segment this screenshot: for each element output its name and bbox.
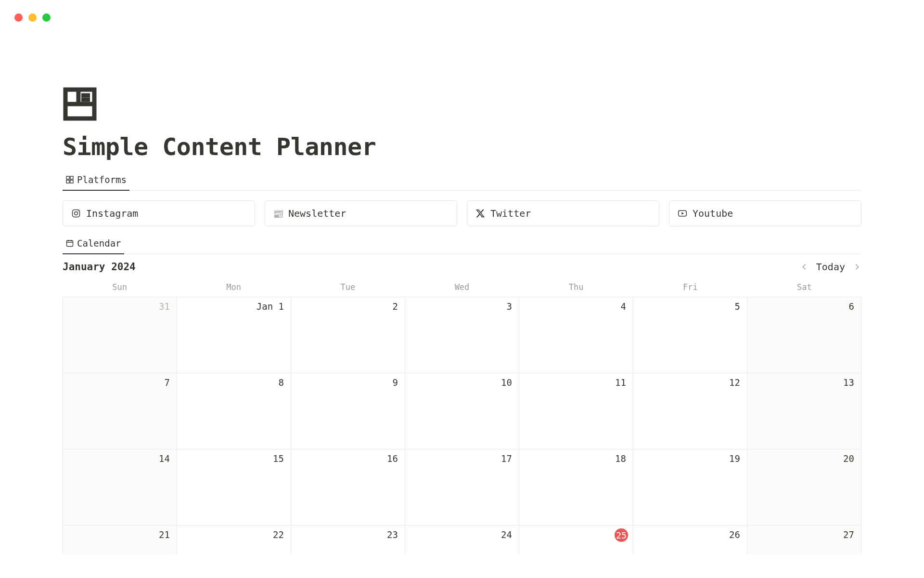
calendar-day[interactable]: 7 bbox=[63, 373, 177, 449]
calendar-day[interactable]: 16 bbox=[291, 449, 405, 525]
day-number: 31 bbox=[159, 301, 170, 312]
day-number: 25 bbox=[615, 528, 628, 542]
calendar-day[interactable]: 8 bbox=[177, 373, 291, 449]
dow-mon: Mon bbox=[177, 277, 291, 297]
calendar-day[interactable]: 24 bbox=[405, 525, 519, 554]
platform-card-instagram[interactable]: Instagram bbox=[63, 200, 255, 226]
tab-calendar[interactable]: Calendar bbox=[63, 233, 124, 254]
calendar-day[interactable]: 14 bbox=[63, 449, 177, 525]
instagram-icon bbox=[71, 208, 81, 219]
card-label: Twitter bbox=[490, 208, 531, 219]
calendar-day[interactable]: 10 bbox=[405, 373, 519, 449]
gallery-view-icon bbox=[65, 175, 74, 184]
platform-card-twitter[interactable]: Twitter bbox=[467, 200, 659, 226]
svg-rect-8 bbox=[70, 180, 73, 183]
calendar-header: January 2024 Today bbox=[63, 254, 861, 277]
calendar-day[interactable]: 6 bbox=[747, 297, 861, 373]
page-icon[interactable] bbox=[63, 87, 97, 121]
day-number: 16 bbox=[387, 453, 398, 464]
platform-cards: Instagram 📰 Newsletter Twitter bbox=[63, 191, 861, 233]
calendar-tabs: Calendar bbox=[63, 233, 861, 254]
day-number: 19 bbox=[729, 453, 740, 464]
window-controls bbox=[14, 13, 51, 22]
calendar-day[interactable]: 18 bbox=[519, 449, 633, 525]
svg-rect-13 bbox=[67, 241, 73, 247]
calendar-day[interactable]: 11 bbox=[519, 373, 633, 449]
svg-rect-5 bbox=[66, 176, 69, 179]
day-number: 9 bbox=[393, 377, 398, 388]
today-button[interactable]: Today bbox=[816, 261, 845, 273]
svg-rect-7 bbox=[66, 180, 69, 183]
tab-label: Platforms bbox=[77, 174, 127, 185]
day-number: Jan 1 bbox=[257, 301, 284, 312]
calendar-day[interactable]: 27 bbox=[747, 525, 861, 554]
newspaper-icon: 📰 bbox=[273, 208, 283, 219]
card-label: Newsletter bbox=[288, 208, 346, 219]
platform-card-youtube[interactable]: Youtube bbox=[669, 200, 861, 226]
calendar-day[interactable]: 17 bbox=[405, 449, 519, 525]
calendar-day[interactable]: 26 bbox=[633, 525, 747, 554]
day-number: 10 bbox=[501, 377, 512, 388]
day-number: 3 bbox=[507, 301, 512, 312]
dow-thu: Thu bbox=[519, 277, 633, 297]
svg-rect-9 bbox=[73, 210, 80, 217]
calendar-day[interactable]: 2 bbox=[291, 297, 405, 373]
calendar-day[interactable]: 25 bbox=[519, 525, 633, 554]
calendar-day[interactable]: 31 bbox=[63, 297, 177, 373]
calendar-day[interactable]: 15 bbox=[177, 449, 291, 525]
calendar-day[interactable]: 22 bbox=[177, 525, 291, 554]
dow-wed: Wed bbox=[405, 277, 519, 297]
day-number: 2 bbox=[393, 301, 398, 312]
day-number: 17 bbox=[501, 453, 512, 464]
tab-platforms[interactable]: Platforms bbox=[63, 170, 129, 191]
tab-label: Calendar bbox=[77, 238, 121, 249]
dow-tue: Tue bbox=[291, 277, 405, 297]
day-number: 8 bbox=[279, 377, 284, 388]
calendar-day[interactable]: 12 bbox=[633, 373, 747, 449]
prev-month-button[interactable] bbox=[800, 263, 808, 271]
card-label: Youtube bbox=[693, 208, 733, 219]
calendar-day[interactable]: Jan 1 bbox=[177, 297, 291, 373]
day-number: 15 bbox=[273, 453, 284, 464]
day-number: 18 bbox=[615, 453, 626, 464]
platform-card-newsletter[interactable]: 📰 Newsletter bbox=[265, 200, 457, 226]
day-number: 11 bbox=[615, 377, 626, 388]
calendar-day[interactable]: 23 bbox=[291, 525, 405, 554]
page-content: Simple Content Planner Platforms bbox=[63, 87, 861, 554]
calendar-nav: Today bbox=[800, 261, 861, 273]
day-number: 14 bbox=[159, 453, 170, 464]
calendar-day[interactable]: 20 bbox=[747, 449, 861, 525]
calendar-grid: 31Jan 1234567891011121314151617181920212… bbox=[63, 297, 861, 554]
day-number: 4 bbox=[621, 301, 626, 312]
page-title[interactable]: Simple Content Planner bbox=[63, 133, 861, 161]
calendar-day[interactable]: 4 bbox=[519, 297, 633, 373]
calendar-day[interactable]: 9 bbox=[291, 373, 405, 449]
day-number: 24 bbox=[501, 529, 512, 540]
day-number: 12 bbox=[729, 377, 740, 388]
next-month-button[interactable] bbox=[853, 263, 861, 271]
dow-sat: Sat bbox=[747, 277, 861, 297]
x-twitter-icon bbox=[475, 208, 486, 219]
day-number: 6 bbox=[849, 301, 854, 312]
svg-point-11 bbox=[78, 211, 79, 212]
calendar-day[interactable]: 3 bbox=[405, 297, 519, 373]
day-number: 27 bbox=[843, 529, 854, 540]
day-number: 23 bbox=[387, 529, 398, 540]
day-number: 13 bbox=[843, 377, 854, 388]
close-window-button[interactable] bbox=[14, 13, 23, 22]
day-number: 7 bbox=[165, 377, 170, 388]
dow-fri: Fri bbox=[633, 277, 747, 297]
calendar-day[interactable]: 21 bbox=[63, 525, 177, 554]
minimize-window-button[interactable] bbox=[28, 13, 37, 22]
calendar-day[interactable]: 5 bbox=[633, 297, 747, 373]
calendar-day[interactable]: 13 bbox=[747, 373, 861, 449]
calendar-day[interactable]: 19 bbox=[633, 449, 747, 525]
maximize-window-button[interactable] bbox=[42, 13, 51, 22]
window: Simple Content Planner Platforms bbox=[0, 0, 924, 578]
day-number: 26 bbox=[729, 529, 740, 540]
calendar-dow-row: Sun Mon Tue Wed Thu Fri Sat bbox=[63, 277, 861, 297]
calendar-view-icon bbox=[65, 239, 74, 248]
card-label: Instagram bbox=[86, 208, 138, 219]
svg-rect-6 bbox=[70, 176, 73, 179]
day-number: 5 bbox=[735, 301, 740, 312]
